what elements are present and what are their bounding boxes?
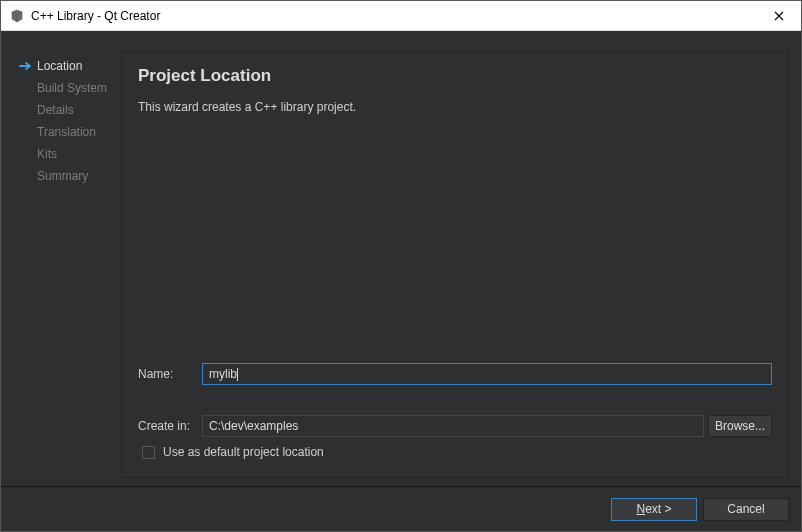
arrow-right-icon <box>19 61 37 71</box>
browse-button[interactable]: Browse... <box>708 415 772 437</box>
step-label: Summary <box>19 169 88 183</box>
name-input-value: mylib <box>209 367 237 381</box>
name-input[interactable]: mylib <box>202 363 772 385</box>
cancel-button-label: Cancel <box>727 502 764 516</box>
step-details: Details <box>13 99 121 121</box>
step-label: Location <box>37 59 82 73</box>
window-title: C++ Library - Qt Creator <box>31 9 160 23</box>
name-label: Name: <box>138 367 202 381</box>
default-location-row: Use as default project location <box>138 445 772 459</box>
main-panel: Project Location This wizard creates a C… <box>121 51 789 478</box>
step-summary: Summary <box>13 165 121 187</box>
main-area: Location Build System Details Translatio… <box>1 31 801 486</box>
content-area: Location Build System Details Translatio… <box>1 31 801 531</box>
step-label: Kits <box>19 147 57 161</box>
page-title: Project Location <box>138 66 772 86</box>
default-location-label: Use as default project location <box>163 445 324 459</box>
name-row: Name: mylib <box>138 363 772 385</box>
step-build-system: Build System <box>13 77 121 99</box>
next-button-label: Next > <box>636 502 671 516</box>
form-area: Name: mylib Create in: C:\dev\examples B… <box>138 363 772 461</box>
step-translation: Translation <box>13 121 121 143</box>
createin-label: Create in: <box>138 419 202 433</box>
step-label: Details <box>19 103 74 117</box>
wizard-steps-sidebar: Location Build System Details Translatio… <box>13 51 121 478</box>
createin-input[interactable]: C:\dev\examples <box>202 415 704 437</box>
cancel-button[interactable]: Cancel <box>703 498 789 521</box>
text-caret <box>237 368 238 381</box>
titlebar: C++ Library - Qt Creator <box>1 1 801 31</box>
app-icon <box>9 8 25 24</box>
step-label: Build System <box>19 81 107 95</box>
createin-input-value: C:\dev\examples <box>209 419 298 433</box>
step-kits: Kits <box>13 143 121 165</box>
step-location[interactable]: Location <box>13 55 121 77</box>
close-button[interactable] <box>756 1 801 30</box>
wizard-window: C++ Library - Qt Creator Location Buil <box>0 0 802 532</box>
default-location-checkbox[interactable] <box>142 446 155 459</box>
browse-button-label: Browse... <box>715 419 765 433</box>
step-label: Translation <box>19 125 96 139</box>
createin-row: Create in: C:\dev\examples Browse... <box>138 415 772 437</box>
next-button[interactable]: Next > <box>611 498 697 521</box>
page-description: This wizard creates a C++ library projec… <box>138 100 772 114</box>
button-bar: Next > Cancel <box>1 487 801 531</box>
